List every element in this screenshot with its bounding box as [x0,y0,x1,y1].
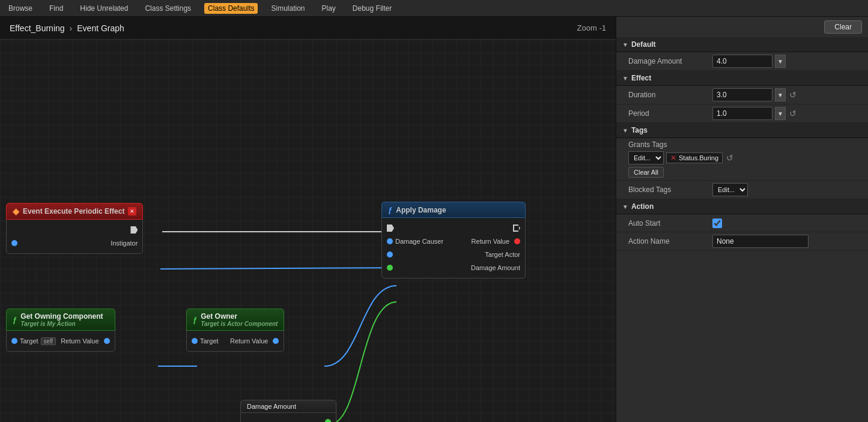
get-owning-return-pin[interactable] [104,338,110,344]
period-spin[interactable]: ▼ [775,107,786,120]
duration-value: ▼ ↺ [712,88,862,101]
damage-amount-out-row [246,415,331,422]
duration-reset[interactable]: ↺ [788,90,798,100]
auto-start-checkbox[interactable] [712,219,722,228]
effect-section-header: ▼ Effect [616,71,868,86]
event-icon: ◆ [13,206,19,216]
apply-dmg-causer-row: Damage Causer Return Value [387,235,520,248]
tag-value: Status.Buring [679,154,718,161]
blocked-tags-label: Blocked Tags [628,185,712,194]
get-owning-target-label: Target [20,337,38,345]
period-input[interactable] [712,107,772,120]
get-owning-target-row: Target self Return Value [11,334,110,348]
hide-unrelated-button[interactable]: Hide Unrelated [76,3,132,14]
event-node-close[interactable]: ✕ [128,207,136,216]
apply-dmg-amount-row: Damage Amount [387,261,520,274]
clear-btn-area: Clear [616,17,868,37]
apply-damage-header: ƒ Apply Damage [381,202,526,218]
apply-damage-node: ƒ Apply Damage Damage Causer Return Valu… [381,202,526,279]
get-owning-title: Get Owning Component [20,312,103,321]
duration-spin[interactable]: ▼ [775,88,786,101]
get-owner-target-label: Target [200,337,219,345]
action-arrow: ▼ [622,203,628,210]
damage-amount-title: Damage Amount [247,403,296,410]
effect-arrow: ▼ [622,75,628,82]
get-owning-icon: ƒ [13,315,17,324]
get-owner-return-label: Return Value [230,337,268,345]
get-owning-return-label: Return Value [61,337,99,345]
tags-section-title: Tags [631,126,648,134]
auto-start-value [712,219,862,228]
period-reset[interactable]: ↺ [788,109,798,118]
action-name-input[interactable] [712,235,809,248]
apply-damage-body: Damage Causer Return Value Target Actor … [381,218,526,279]
get-owning-target-pin[interactable] [11,338,17,344]
damage-amount-out-pin[interactable] [325,419,331,422]
apply-dmg-exec-in[interactable] [387,225,394,232]
get-owner-node: ƒ Get Owner Target is Actor Component Ta… [186,309,284,352]
instigator-label: Instigator [111,240,138,247]
return-value-pin[interactable] [514,238,520,244]
event-node: ◆ Event Execute Periodic Effect ✕ Instig… [6,203,143,254]
damage-amount-spin[interactable]: ▼ [775,55,786,68]
apply-dmg-target-row: Target Actor [387,248,520,261]
event-instigator-row: Instigator [11,237,138,250]
event-node-title: Event Execute Periodic Effect [23,207,124,216]
duration-label: Duration [628,91,712,99]
status-buring-tag: ✕ Status.Buring [666,152,723,163]
action-name-value [712,235,862,248]
get-owner-return-pin[interactable] [273,338,279,344]
damage-amount-prop-value: ▼ [712,55,862,68]
find-button[interactable]: Find [46,3,67,14]
debug-filter-button[interactable]: Debug Filter [349,3,395,14]
graph-header: Effect_Burning › Event Graph Zoom -1 [0,17,616,40]
grants-tags-reset[interactable]: ↺ [725,153,735,163]
zoom-label: Zoom -1 [577,23,606,32]
damage-amount-label: Damage Amount [471,264,520,271]
event-node-body: Instigator [6,220,143,254]
toolbar: Browse Find Hide Unrelated Class Setting… [0,0,868,17]
instigator-out-pin[interactable] [11,240,17,246]
simulation-button[interactable]: Simulation [267,3,308,14]
blocked-tags-dropdown[interactable]: Edit... [712,183,748,196]
play-button[interactable]: Play [318,3,339,14]
damage-amount-input[interactable] [712,55,772,68]
duration-prop: Duration ▼ ↺ [616,86,868,104]
blocked-tags-value: Edit... [712,183,862,196]
apply-dmg-exec-row [387,222,520,235]
browse-button[interactable]: Browse [5,3,36,14]
effect-section-title: Effect [631,74,651,82]
tag-remove-icon[interactable]: ✕ [670,154,676,162]
apply-dmg-exec-out[interactable] [513,225,520,232]
get-owning-node: ƒ Get Owning Component Target is My Acti… [6,309,115,352]
class-defaults-button[interactable]: Class Defaults [204,3,258,14]
damage-causer-label: Damage Causer [395,238,443,245]
damage-amount-prop-label: Damage Amount [628,57,712,65]
grants-tags-edit-dropdown[interactable]: Edit... [628,151,664,164]
blocked-tags-row: Blocked Tags Edit... [616,181,868,199]
right-panel: Clear ▼ Default Damage Amount ▼ ▼ Effect… [616,17,868,422]
get-owner-icon: ƒ [193,315,197,324]
get-owner-target-pin[interactable] [192,338,198,344]
main-area: Effect_Burning › Event Graph Zoom -1 ◆ E… [0,17,868,422]
breadcrumb: Effect_Burning › Event Graph [10,23,124,33]
tags-arrow: ▼ [622,127,628,134]
grants-tags-row: Grants Tags Edit... ✕ Status.Buring ↺ Cl… [616,138,868,181]
event-exec-out-pin[interactable] [130,226,138,234]
graph-canvas[interactable]: Effect_Burning › Event Graph Zoom -1 ◆ E… [0,17,616,422]
damage-amount-in-pin[interactable] [387,265,393,271]
get-owning-body: Target self Return Value [6,331,115,352]
class-settings-button[interactable]: Class Settings [141,3,195,14]
damage-amount-node: Damage Amount [240,400,336,422]
get-owning-subtitle: Target is My Action [20,321,103,327]
duration-input[interactable] [712,88,772,101]
target-actor-in-pin[interactable] [387,252,393,258]
breadcrumb-child: Event Graph [77,23,124,33]
get-owner-target-row: Target Return Value [192,334,279,348]
period-label: Period [628,109,712,118]
clear-all-button[interactable]: Clear All [628,167,664,178]
damage-causer-in-pin[interactable] [387,238,393,244]
tags-section-header: ▼ Tags [616,123,868,138]
action-section-header: ▼ Action [616,199,868,214]
clear-button[interactable]: Clear [824,20,862,34]
